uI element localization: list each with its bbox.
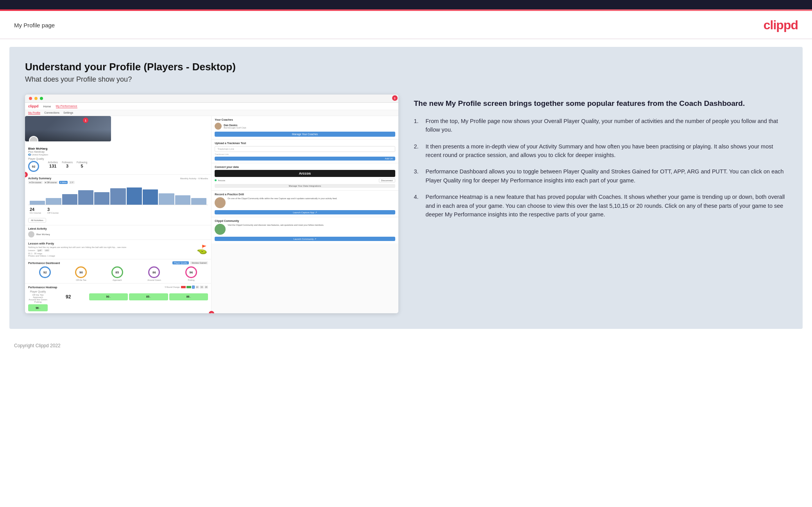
mockup-lesson-meta: Lesson golf drill (28, 249, 193, 252)
mockup-disconnect-btn[interactable]: Disconnect (379, 179, 395, 182)
mockup-heatmap-labels: Player Quality Off the Tee Approach Arou… (28, 290, 48, 303)
mockup-offcourse-num: 3 (47, 207, 59, 212)
mockup-circle-overall: 92 (39, 266, 51, 281)
bar-11 (191, 198, 206, 205)
mockup-heatmap-round-buttons: 5 10 15 20 (192, 286, 208, 289)
mockup-quality-label: Player Quality (28, 157, 44, 160)
page-subheading: What does your Profile show you? (25, 75, 787, 84)
mockup-toggle-pq: Player Quality (172, 261, 189, 264)
mockup-community-avatar (215, 224, 226, 235)
mockup-heatmap-overall-col: 92 (49, 294, 88, 300)
browser-dot-yellow (34, 97, 38, 100)
bar-8 (143, 189, 158, 205)
mockup-coaches-title: Your Coaches (215, 118, 395, 121)
mockup-circle-app-label: Approach (111, 279, 123, 281)
mockup-launch-community-btn[interactable]: Launch Community ↗ (215, 237, 395, 241)
mockup-community-text: Visit the Clippd Community and discover … (228, 224, 395, 226)
mockup-subnav-settings: Settings (63, 111, 73, 114)
mockup-circle-arg: 86 Around Green (147, 266, 161, 281)
mockup-hm-label-putt: Putting (28, 301, 48, 303)
mockup-launch-capture-btn[interactable]: Launch Capture App ↗ (215, 210, 395, 214)
mockup-heatmap-legend-green (186, 286, 191, 288)
bar-7 (127, 187, 142, 205)
mockup-circle-putt-label: Putting (185, 279, 197, 281)
mockup-activity-item: Blair McHarg (28, 231, 208, 237)
mockup-manage-integrations-btn[interactable]: Manage Your Data Integrations (215, 184, 395, 188)
mockup-heatmap-header: Performance Heatmap 5 Round Change: 5 10… (28, 286, 208, 289)
mockup-oncourse-label: On Course (30, 212, 41, 214)
mockup-trackman-section: Upload a Trackman Test Trackman Link Tra… (212, 139, 398, 163)
mockup-lesson-media: Photos and Videos: 1 image (28, 255, 193, 257)
mockup-screenshot: clippd Home My Performance My Profile Co… (25, 95, 398, 313)
mockup-logo: clippd (28, 104, 39, 108)
mockup-activities-label: Activities (48, 161, 58, 164)
mockup-circle-putt: 96 Putting (185, 266, 197, 281)
mockup-trackman-input[interactable]: Trackman Link (215, 146, 395, 152)
mockup-activity-subtitle: Monthly Activity - 6 Months (180, 177, 208, 180)
mockup-followers-value: 3 (62, 164, 73, 168)
header: My Profile page clippd (0, 11, 812, 39)
mockup-left-col: 1 Blair McHarg Plus Handicap 🏴󠁧󠁢󠁳󠁣󠁴󠁿 Uni… (25, 116, 212, 313)
mockup-handicap: Plus Handicap (28, 150, 208, 153)
mockup-all-activities-btn[interactable]: All Activities (28, 216, 208, 223)
list-text-1: From the top, My Profile page now shows … (426, 117, 787, 134)
mockup-activities-value: 131 (48, 164, 58, 168)
mockup-circle-90: 90 (75, 266, 87, 278)
mockup-activity-text: Blair McHarg (36, 233, 50, 236)
mockup-coach-avatar (215, 123, 222, 130)
top-bar-accent (0, 9, 812, 11)
mockup-following-label: Following (77, 161, 87, 164)
list-item-2: 2. It then presents a more in-depth view… (414, 142, 787, 160)
mockup-circle-ott: 90 Off the Tee (75, 266, 87, 281)
list-text-4: Performance Heatmap is a new feature tha… (426, 193, 787, 219)
mockup-round-20: 20 (204, 286, 208, 289)
mockup-on-off-counts: 24 On Course 3 Off Course (28, 207, 208, 214)
mockup-activity-filters: ● On-course ● Off-course 6 Mths 1 Y (28, 181, 208, 184)
main-content: Understand your Profile (Players - Deskt… (9, 47, 803, 329)
mockup-hm-label-pq: Player Quality (28, 290, 48, 293)
mockup-community-content: Visit the Clippd Community and discover … (215, 224, 395, 235)
mockup-lesson-section: Lesson with Fordy Nothing to feel like m… (25, 239, 211, 259)
list-item-4: 4. Performance Heatmap is a new feature … (414, 193, 787, 219)
mockup-drill-title: Record a Practice Drill (215, 193, 395, 196)
mockup-body: 1 Blair McHarg Plus Handicap 🏴󠁧󠁢󠁳󠁣󠁴󠁿 Uni… (25, 116, 398, 313)
mockup-perf-title: Performance Dashboard (28, 262, 60, 264)
mockup-circle-85: 85 (111, 266, 123, 278)
mockup-latest-title: Latest Activity (28, 227, 208, 230)
mockup-circle-96: 96 (185, 266, 197, 278)
list-text-3: Performance Dashboard allows you to togg… (426, 167, 787, 185)
mockup-coach-club: Barnbougle Golf Club (224, 127, 246, 129)
mockup-oncourse-num: 24 (30, 207, 41, 212)
badge-3: 3 (392, 95, 398, 101)
page-heading: Understand your Profile (Players - Deskt… (25, 61, 787, 73)
mockup-coach-info: Dan Davies Barnbougle Golf Club (224, 124, 246, 129)
mockup-profile-info: Blair McHarg Plus Handicap 🏴󠁧󠁢󠁳󠁣󠁴󠁿 Unite… (25, 141, 211, 174)
mockup-coach-name: Dan Davies (224, 124, 246, 127)
mockup-lesson-badge2: drill (44, 249, 50, 252)
list-text-2: It then presents a more in-depth view of… (426, 142, 787, 160)
browser-bar (25, 95, 398, 103)
bar-10 (175, 195, 190, 205)
browser-dot-green (40, 97, 43, 100)
bar-2 (46, 198, 61, 205)
mockup-lesson-badge1: golf (37, 249, 43, 252)
page-breadcrumb: My Profile page (14, 22, 55, 29)
mockup-heatmap-legend-red (181, 286, 186, 288)
mockup-community-section: Clippd Community Visit the Clippd Commun… (212, 217, 398, 243)
mockup-trackman-add-btn[interactable]: Add Url (215, 157, 395, 161)
bar-5 (94, 192, 109, 205)
mockup-heatmap-row: Player Quality Off the Tee Approach Arou… (28, 290, 208, 311)
footer: Copyright Clippd 2022 (0, 337, 812, 355)
mockup-perf-header: Performance Dashboard Player Quality Str… (28, 261, 208, 264)
mockup-circle-app: 85 Approach (111, 266, 123, 281)
mockup-quality-circle: 92 (28, 161, 39, 172)
bar-3 (62, 194, 77, 205)
mockup-perf-circles: 92 90 Off the Tee 85 Approach (28, 266, 208, 281)
mockup-trackman-url-hint: Trackman Link (215, 153, 395, 155)
mockup-round-10: 10 (195, 286, 199, 289)
mockup-banner (25, 116, 111, 141)
mockup-coach-item: Dan Davies Barnbougle Golf Club (215, 123, 395, 130)
mockup-arccos-label: Arccos (215, 170, 395, 177)
mockup-filter-oncourse: ● On-course (28, 181, 43, 184)
mockup-manage-coaches-btn[interactable]: Manage Your Coaches (215, 132, 395, 137)
